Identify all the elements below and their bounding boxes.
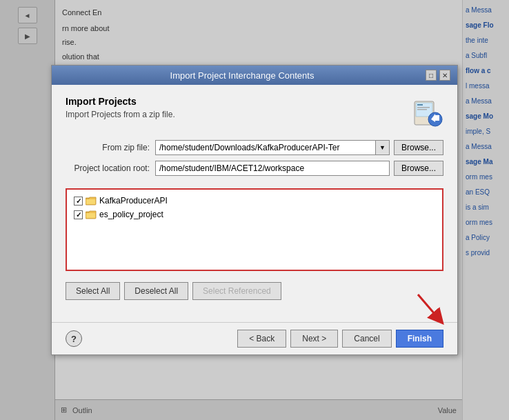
help-button[interactable]: ?	[66, 330, 82, 347]
dialog-main-title: Import Projects	[66, 96, 403, 107]
location-input-group: Browse...	[155, 161, 443, 176]
zip-input-group: ▼ Browse...	[155, 140, 443, 155]
dialog-bottom-bar: ? < Back Next > Cancel Finish	[52, 322, 457, 354]
import-dialog: Import Project Interchange Contents □ ✕ …	[51, 65, 458, 355]
location-browse-button[interactable]: Browse...	[394, 161, 443, 176]
select-buttons-row: Select All Deselect All Select Reference…	[66, 282, 443, 300]
project-name-0: KafkaProducerAPI	[99, 196, 168, 206]
zip-combo[interactable]: ▼	[155, 140, 390, 155]
project-item-1[interactable]: es_policy_project	[71, 208, 438, 221]
folder-icon-0	[86, 196, 97, 206]
dialog-header-text: Import Projects Import Projects from a z…	[66, 96, 403, 119]
project-name-1: es_policy_project	[99, 210, 163, 219]
location-row: Project location root: Browse...	[66, 161, 443, 176]
svg-rect-7	[435, 115, 439, 121]
location-label: Project location root:	[66, 163, 155, 173]
svg-rect-4	[417, 109, 427, 110]
cancel-button[interactable]: Cancel	[342, 330, 391, 348]
select-all-button[interactable]: Select All	[66, 282, 120, 300]
zip-file-row: From zip file: ▼ Browse...	[66, 140, 443, 155]
zip-browse-button[interactable]: Browse...	[394, 140, 443, 155]
folder-icon-1	[86, 210, 97, 219]
close-button[interactable]: ✕	[439, 70, 450, 81]
dialog-titlebar: Import Project Interchange Contents □ ✕	[52, 66, 457, 85]
back-button[interactable]: < Back	[237, 330, 286, 348]
projects-list: KafkaProducerAPI es_policy_project	[66, 188, 443, 271]
zip-combo-arrow[interactable]: ▼	[375, 141, 389, 154]
dialog-body: Import Projects Import Projects from a z…	[52, 85, 457, 322]
dialog-subtitle: Import Projects from a zip file.	[66, 110, 403, 119]
select-referenced-button[interactable]: Select Referenced	[192, 282, 281, 300]
dialog-title: Import Project Interchange Contents	[59, 70, 426, 81]
project-checkbox-0[interactable]	[74, 197, 83, 206]
dialog-wrapper: Import Project Interchange Contents □ ✕ …	[51, 65, 458, 355]
svg-rect-2	[417, 104, 423, 106]
dialog-overlay: Import Project Interchange Contents □ ✕ …	[0, 0, 509, 420]
finish-button[interactable]: Finish	[396, 330, 443, 348]
svg-rect-3	[417, 107, 430, 108]
minimize-button[interactable]: □	[426, 70, 437, 81]
project-checkbox-1[interactable]	[74, 210, 83, 219]
deselect-all-button[interactable]: Deselect All	[124, 282, 188, 300]
zip-file-input[interactable]	[156, 141, 375, 154]
svg-rect-11	[86, 213, 95, 218]
dialog-import-icon	[410, 96, 443, 129]
next-button[interactable]: Next >	[290, 330, 338, 348]
location-input[interactable]	[155, 161, 390, 176]
dialog-header-section: Import Projects Import Projects from a z…	[66, 96, 443, 129]
svg-rect-9	[86, 199, 95, 204]
zip-file-label: From zip file:	[66, 143, 155, 152]
titlebar-right-controls[interactable]: □ ✕	[426, 70, 450, 81]
project-item-0[interactable]: KafkaProducerAPI	[71, 194, 438, 208]
